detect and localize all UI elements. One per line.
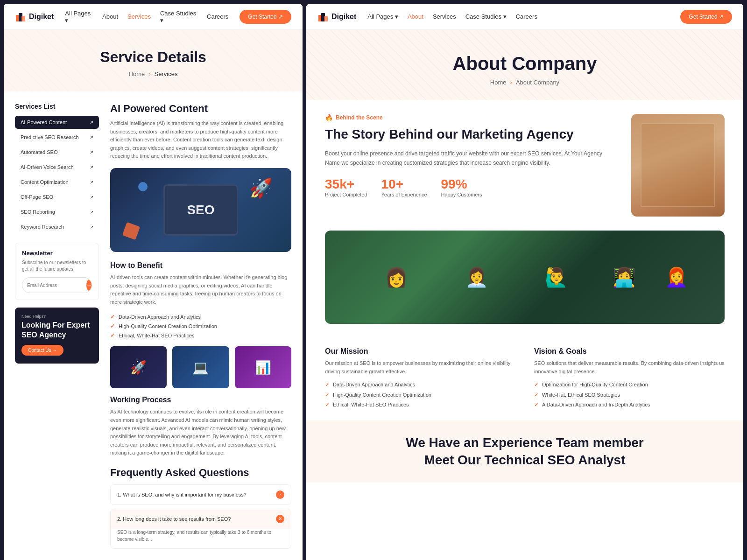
how-benefit-para: AI-driven tools can create content withi… [110,273,291,306]
team-section: 👩 👩‍💼 🙋‍♂️ 👩‍💻 👩‍🦰 [306,231,743,338]
right-nav-about[interactable]: About [408,13,423,20]
stat-customers-label: Happy Customers [441,192,482,197]
newsletter-input-wrap: → [22,277,92,293]
checklist-item-2: High-Quality Content Creation Optimizati… [110,323,291,329]
svg-rect-5 [324,16,328,21]
vision-item-1: Optimization for High-Quality Content Cr… [534,381,725,388]
right-hero: About Company Home › About Company [306,30,743,100]
left-hero-title: Service Details [13,49,293,66]
right-logo[interactable]: Digiket [317,11,356,22]
breadcrumb-home[interactable]: Home [129,70,145,77]
right-navbar: Digiket All Pages ▾ About Services Case … [306,4,743,30]
right-nav-careers[interactable]: Careers [516,13,537,20]
working-process-title: Working Process [110,396,291,404]
right-nav-case-studies[interactable]: Case Studies ▾ [465,13,507,20]
experience-section: We Have an Experience Team member Meet O… [306,420,743,483]
mission-list: Data-Driven Approach and Analytics High-… [325,381,515,408]
nav-all-pages[interactable]: All Pages ▾ [65,10,93,24]
vision-para: SEO solutions that deliver measurable re… [534,359,725,376]
left-get-started-button[interactable]: Get Started ↗ [240,10,291,24]
sidebar-item-predictive-seo[interactable]: Predictive SEO Research ↗ [15,131,99,144]
newsletter-title: Newsletter [22,250,92,257]
right-nav-all-pages[interactable]: All Pages ▾ [367,13,398,20]
vision-column: Vision & Goals SEO solutions that delive… [534,347,725,411]
how-benefit-title: How to Benefit [110,261,291,270]
thumbnail-2: 💻 [172,346,229,388]
arrow-icon: ↗ [90,165,93,170]
newsletter-submit-button[interactable]: → [86,280,92,291]
sidebar-item-ai-powered[interactable]: AI-Powered Content ↗ [15,116,99,129]
sidebar-item-off-page[interactable]: Off-Page SEO ↗ [15,190,99,203]
behind-label: 🔥 Behind the Scene [325,114,617,121]
checklist-item-3: Ethical, White-Hat SEO Practices [110,332,291,339]
arrow-icon: ↗ [90,150,93,155]
sidebar-item-keyword-research[interactable]: Keyword Research ↗ [15,220,99,233]
newsletter-email-input[interactable] [27,283,86,288]
right-breadcrumb-home[interactable]: Home [490,79,507,86]
floating-cube-orange [122,222,140,240]
svg-rect-2 [21,16,25,21]
sidebar-item-seo-reporting[interactable]: SEO Reporting ↗ [15,205,99,218]
stat-customers-value: 99% [441,177,482,192]
contact-us-button[interactable]: Contact Us → [21,345,63,356]
faq-question-2[interactable]: 2. How long does it take to see results … [111,509,291,529]
main-content: AI Powered Content Artificial intelligen… [99,103,291,553]
faq-question-1[interactable]: 1. What is SEO, and why is it important … [111,485,291,504]
mission-item-3: Ethical, White-Hat SEO Practices [325,401,515,408]
sidebar-title: Services List [15,103,99,110]
mission-column: Our Mission Our mission at SEO is to emp… [325,347,515,411]
seo-laptop-graphic: SEO [163,184,238,236]
team-member-4: 👩‍💻 [613,266,636,288]
team-member-5: 👩‍🦰 [665,266,688,288]
story-section: 🔥 Behind the Scene The Story Behind our … [306,100,743,231]
team-photo: 👩 👩‍💼 🙋‍♂️ 👩‍💻 👩‍🦰 [325,231,725,324]
nav-case-studies[interactable]: Case Studies ▾ [160,10,197,24]
rocket-icon: 🚀 [249,177,273,199]
help-label: Need Helps? [21,314,92,319]
left-logo[interactable]: Digiket [15,11,54,22]
sidebar-item-automated-seo[interactable]: Automated SEO ↗ [15,146,99,159]
nav-careers[interactable]: Careers [207,13,228,20]
left-nav-links: All Pages ▾ About Services Case Studies … [65,10,228,24]
mission-title: Our Mission [325,347,515,356]
working-process-para: As AI technology continues to evolve, it… [110,408,291,457]
mission-vision-section: Our Mission Our mission at SEO is to emp… [306,338,743,420]
left-sidebar: Services List AI-Powered Content ↗ Predi… [15,103,99,553]
nav-about[interactable]: About [102,13,118,20]
right-get-started-button[interactable]: Get Started ↗ [680,10,732,24]
faq-answer-2: SEO is a long-term strategy, and results… [111,529,291,548]
mission-item-2: High-Quality Content Creation Optimizati… [325,392,515,399]
stats-row: 35k+ Project Completed 10+ Years of Expe… [325,177,617,197]
faq-chevron-2: ✕ [276,515,284,523]
faq-item-2: 2. How long does it take to see results … [110,509,291,549]
newsletter-desc: Subscribe to our newsletters to get all … [22,259,92,273]
stat-experience-label: Years of Experience [381,192,427,197]
left-panel: Digiket All Pages ▾ About Services Case … [4,4,303,560]
sidebar-item-voice-search[interactable]: AI-Driven Voice Search ↗ [15,161,99,174]
right-breadcrumb-current: About Company [516,79,559,86]
seo-hero-image: SEO 🚀 [110,168,291,252]
faq-title: Frequently Asked Questions [110,467,291,479]
faq-chevron-1: › [276,490,284,499]
help-box: Need Helps? Looking For Expert SEO Agenc… [15,308,99,364]
breadcrumb-separator: › [148,70,150,77]
thumbnail-1: 🚀 [110,346,167,388]
checklist-item-1: Data-Driven Approach and Analytics [110,314,291,320]
stat-projects-value: 35k+ [325,177,367,192]
sidebar-item-content-opt[interactable]: Content Optimization ↗ [15,175,99,189]
stat-experience: 10+ Years of Experience [381,177,427,197]
newsletter-box: Newsletter Subscribe to our newsletters … [15,243,99,300]
right-breadcrumb: Home › About Company [316,79,734,86]
right-nav-services[interactable]: Services [433,13,456,20]
right-breadcrumb-separator: › [510,79,512,86]
mission-para: Our mission at SEO is to empower busines… [325,359,515,376]
left-content-area: Services List AI-Powered Content ↗ Predi… [4,91,303,560]
stat-projects-label: Project Completed [325,192,367,197]
about-image [631,114,725,217]
vision-item-2: White-Hat, Ethical SEO Strategies [534,392,725,399]
arrow-icon: ↗ [90,120,93,125]
mission-item-1: Data-Driven Approach and Analytics [325,381,515,388]
nav-services[interactable]: Services [127,13,151,20]
floating-circle-blue [138,182,148,191]
arrow-icon: ↗ [90,195,93,200]
